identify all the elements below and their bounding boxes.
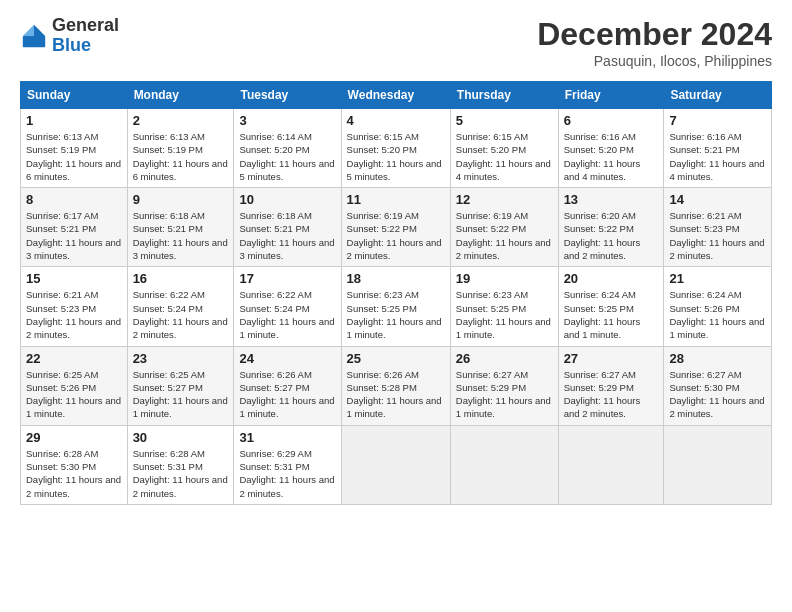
- col-monday: Monday: [127, 82, 234, 109]
- cell-3-0: 22Sunrise: 6:25 AMSunset: 5:26 PMDayligh…: [21, 346, 128, 425]
- logo-icon: [20, 22, 48, 50]
- day-number: 26: [456, 351, 553, 366]
- main-title: December 2024: [537, 16, 772, 53]
- day-number: 28: [669, 351, 766, 366]
- day-info: Sunrise: 6:16 AMSunset: 5:20 PMDaylight:…: [564, 131, 641, 182]
- day-number: 30: [133, 430, 229, 445]
- col-saturday: Saturday: [664, 82, 772, 109]
- day-number: 10: [239, 192, 335, 207]
- cell-1-3: 11Sunrise: 6:19 AMSunset: 5:22 PMDayligh…: [341, 188, 450, 267]
- day-number: 16: [133, 271, 229, 286]
- day-info: Sunrise: 6:23 AMSunset: 5:25 PMDaylight:…: [456, 289, 551, 340]
- day-info: Sunrise: 6:28 AMSunset: 5:30 PMDaylight:…: [26, 448, 121, 499]
- svg-rect-2: [23, 36, 45, 47]
- subtitle: Pasuquin, Ilocos, Philippines: [537, 53, 772, 69]
- cell-1-6: 14Sunrise: 6:21 AMSunset: 5:23 PMDayligh…: [664, 188, 772, 267]
- cell-3-3: 25Sunrise: 6:26 AMSunset: 5:28 PMDayligh…: [341, 346, 450, 425]
- cell-1-5: 13Sunrise: 6:20 AMSunset: 5:22 PMDayligh…: [558, 188, 664, 267]
- day-info: Sunrise: 6:24 AMSunset: 5:26 PMDaylight:…: [669, 289, 764, 340]
- day-number: 9: [133, 192, 229, 207]
- cell-0-2: 3Sunrise: 6:14 AMSunset: 5:20 PMDaylight…: [234, 109, 341, 188]
- day-info: Sunrise: 6:16 AMSunset: 5:21 PMDaylight:…: [669, 131, 764, 182]
- day-number: 23: [133, 351, 229, 366]
- svg-marker-0: [34, 25, 45, 36]
- cell-1-2: 10Sunrise: 6:18 AMSunset: 5:21 PMDayligh…: [234, 188, 341, 267]
- cell-0-5: 6Sunrise: 6:16 AMSunset: 5:20 PMDaylight…: [558, 109, 664, 188]
- cell-4-2: 31Sunrise: 6:29 AMSunset: 5:31 PMDayligh…: [234, 425, 341, 504]
- day-number: 25: [347, 351, 445, 366]
- day-info: Sunrise: 6:17 AMSunset: 5:21 PMDaylight:…: [26, 210, 121, 261]
- cell-1-1: 9Sunrise: 6:18 AMSunset: 5:21 PMDaylight…: [127, 188, 234, 267]
- cell-4-4: [450, 425, 558, 504]
- day-info: Sunrise: 6:27 AMSunset: 5:30 PMDaylight:…: [669, 369, 764, 420]
- day-number: 31: [239, 430, 335, 445]
- day-number: 4: [347, 113, 445, 128]
- cell-3-1: 23Sunrise: 6:25 AMSunset: 5:27 PMDayligh…: [127, 346, 234, 425]
- cell-2-4: 19Sunrise: 6:23 AMSunset: 5:25 PMDayligh…: [450, 267, 558, 346]
- day-info: Sunrise: 6:26 AMSunset: 5:27 PMDaylight:…: [239, 369, 334, 420]
- cell-0-0: 1Sunrise: 6:13 AMSunset: 5:19 PMDaylight…: [21, 109, 128, 188]
- cell-0-6: 7Sunrise: 6:16 AMSunset: 5:21 PMDaylight…: [664, 109, 772, 188]
- day-info: Sunrise: 6:25 AMSunset: 5:27 PMDaylight:…: [133, 369, 228, 420]
- cell-3-6: 28Sunrise: 6:27 AMSunset: 5:30 PMDayligh…: [664, 346, 772, 425]
- cell-4-5: [558, 425, 664, 504]
- cell-2-6: 21Sunrise: 6:24 AMSunset: 5:26 PMDayligh…: [664, 267, 772, 346]
- cell-0-1: 2Sunrise: 6:13 AMSunset: 5:19 PMDaylight…: [127, 109, 234, 188]
- day-info: Sunrise: 6:25 AMSunset: 5:26 PMDaylight:…: [26, 369, 121, 420]
- day-number: 1: [26, 113, 122, 128]
- day-info: Sunrise: 6:23 AMSunset: 5:25 PMDaylight:…: [347, 289, 442, 340]
- cell-3-4: 26Sunrise: 6:27 AMSunset: 5:29 PMDayligh…: [450, 346, 558, 425]
- day-info: Sunrise: 6:14 AMSunset: 5:20 PMDaylight:…: [239, 131, 334, 182]
- logo-line2: Blue: [52, 36, 119, 56]
- day-number: 15: [26, 271, 122, 286]
- week-row-5: 29Sunrise: 6:28 AMSunset: 5:30 PMDayligh…: [21, 425, 772, 504]
- day-number: 6: [564, 113, 659, 128]
- day-number: 22: [26, 351, 122, 366]
- day-info: Sunrise: 6:27 AMSunset: 5:29 PMDaylight:…: [564, 369, 641, 420]
- day-info: Sunrise: 6:21 AMSunset: 5:23 PMDaylight:…: [26, 289, 121, 340]
- calendar-body: 1Sunrise: 6:13 AMSunset: 5:19 PMDaylight…: [21, 109, 772, 505]
- week-row-1: 1Sunrise: 6:13 AMSunset: 5:19 PMDaylight…: [21, 109, 772, 188]
- day-info: Sunrise: 6:18 AMSunset: 5:21 PMDaylight:…: [133, 210, 228, 261]
- svg-marker-1: [23, 25, 34, 36]
- cell-3-5: 27Sunrise: 6:27 AMSunset: 5:29 PMDayligh…: [558, 346, 664, 425]
- day-number: 14: [669, 192, 766, 207]
- day-number: 24: [239, 351, 335, 366]
- day-number: 19: [456, 271, 553, 286]
- day-number: 18: [347, 271, 445, 286]
- day-number: 3: [239, 113, 335, 128]
- day-number: 27: [564, 351, 659, 366]
- calendar-table: Sunday Monday Tuesday Wednesday Thursday…: [20, 81, 772, 505]
- day-number: 2: [133, 113, 229, 128]
- header: General Blue December 2024 Pasuquin, Ilo…: [20, 16, 772, 69]
- day-info: Sunrise: 6:22 AMSunset: 5:24 PMDaylight:…: [239, 289, 334, 340]
- day-info: Sunrise: 6:26 AMSunset: 5:28 PMDaylight:…: [347, 369, 442, 420]
- day-number: 8: [26, 192, 122, 207]
- cell-2-1: 16Sunrise: 6:22 AMSunset: 5:24 PMDayligh…: [127, 267, 234, 346]
- day-number: 12: [456, 192, 553, 207]
- day-info: Sunrise: 6:13 AMSunset: 5:19 PMDaylight:…: [26, 131, 121, 182]
- day-number: 17: [239, 271, 335, 286]
- cell-4-0: 29Sunrise: 6:28 AMSunset: 5:30 PMDayligh…: [21, 425, 128, 504]
- day-number: 29: [26, 430, 122, 445]
- day-info: Sunrise: 6:19 AMSunset: 5:22 PMDaylight:…: [456, 210, 551, 261]
- cell-2-5: 20Sunrise: 6:24 AMSunset: 5:25 PMDayligh…: [558, 267, 664, 346]
- cell-1-4: 12Sunrise: 6:19 AMSunset: 5:22 PMDayligh…: [450, 188, 558, 267]
- day-number: 20: [564, 271, 659, 286]
- day-info: Sunrise: 6:18 AMSunset: 5:21 PMDaylight:…: [239, 210, 334, 261]
- week-row-4: 22Sunrise: 6:25 AMSunset: 5:26 PMDayligh…: [21, 346, 772, 425]
- day-info: Sunrise: 6:27 AMSunset: 5:29 PMDaylight:…: [456, 369, 551, 420]
- day-info: Sunrise: 6:19 AMSunset: 5:22 PMDaylight:…: [347, 210, 442, 261]
- day-info: Sunrise: 6:20 AMSunset: 5:22 PMDaylight:…: [564, 210, 641, 261]
- cell-2-2: 17Sunrise: 6:22 AMSunset: 5:24 PMDayligh…: [234, 267, 341, 346]
- day-number: 7: [669, 113, 766, 128]
- col-friday: Friday: [558, 82, 664, 109]
- day-info: Sunrise: 6:22 AMSunset: 5:24 PMDaylight:…: [133, 289, 228, 340]
- header-row: Sunday Monday Tuesday Wednesday Thursday…: [21, 82, 772, 109]
- cell-4-6: [664, 425, 772, 504]
- title-block: December 2024 Pasuquin, Ilocos, Philippi…: [537, 16, 772, 69]
- col-tuesday: Tuesday: [234, 82, 341, 109]
- cell-2-0: 15Sunrise: 6:21 AMSunset: 5:23 PMDayligh…: [21, 267, 128, 346]
- day-number: 5: [456, 113, 553, 128]
- day-info: Sunrise: 6:15 AMSunset: 5:20 PMDaylight:…: [456, 131, 551, 182]
